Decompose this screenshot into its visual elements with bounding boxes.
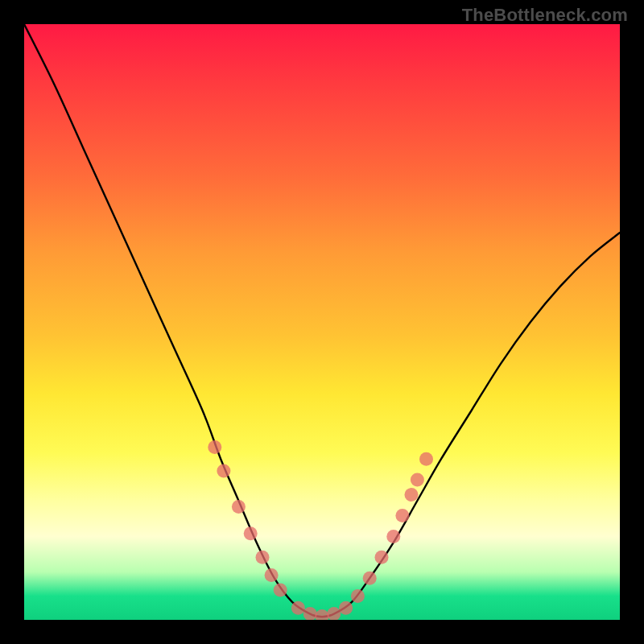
curve-marker bbox=[375, 551, 389, 564]
curve-marker bbox=[256, 551, 270, 564]
curve-marker bbox=[411, 473, 424, 487]
curve-marker bbox=[395, 509, 409, 522]
curve-marker bbox=[351, 589, 365, 603]
curve-marker bbox=[339, 601, 353, 615]
curve-marker bbox=[232, 500, 246, 514]
curve-marker bbox=[265, 568, 279, 582]
curve-marker bbox=[274, 584, 287, 597]
curve-marker bbox=[217, 464, 230, 478]
bottleneck-curve bbox=[24, 24, 620, 617]
curve-marker bbox=[405, 488, 419, 502]
chart-frame: TheBottleneck.com bbox=[0, 0, 644, 644]
plot-area bbox=[24, 24, 620, 620]
curve-marker bbox=[419, 452, 433, 466]
curve-marker bbox=[208, 440, 221, 454]
curve-markers bbox=[208, 440, 433, 620]
watermark-text: TheBottleneck.com bbox=[462, 5, 628, 26]
curve-marker bbox=[363, 572, 377, 585]
curve-marker bbox=[316, 609, 329, 620]
curve-marker bbox=[327, 607, 341, 620]
curve-marker bbox=[244, 526, 258, 540]
curve-marker bbox=[303, 607, 317, 620]
curve-marker bbox=[291, 601, 305, 615]
curve-marker bbox=[386, 530, 400, 543]
curve-svg bbox=[24, 24, 620, 620]
